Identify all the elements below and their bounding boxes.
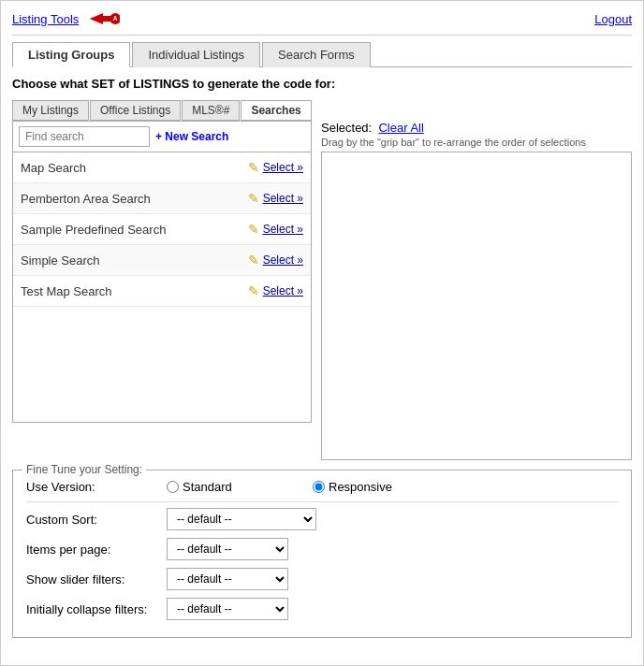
edit-icon[interactable]: ✎ — [248, 253, 259, 268]
search-item-name: Map Search — [21, 161, 86, 175]
edit-icon[interactable]: ✎ — [248, 191, 259, 206]
items-per-page-label: Items per page: — [26, 543, 157, 557]
search-item-actions: ✎ Select » — [248, 253, 303, 268]
collapse-filters-row: Initially collapse filters: -- default -… — [26, 598, 618, 620]
selected-label-row: Selected: Clear All — [321, 121, 632, 135]
edit-icon[interactable]: ✎ — [248, 160, 259, 175]
search-item-actions: ✎ Select » — [248, 283, 303, 298]
left-panel: + New Search Map Search ✎ Select » Pembe… — [12, 121, 312, 460]
search-bar-row: + New Search — [12, 121, 312, 152]
list-item: Map Search ✎ Select » — [13, 152, 311, 183]
search-item-actions: ✎ Select » — [248, 160, 303, 175]
select-link[interactable]: Select » — [263, 223, 303, 236]
items-per-page-row: Items per page: -- default -- — [26, 538, 618, 560]
selected-text: Selected: — [321, 121, 372, 135]
arrow-icon: A — [86, 8, 120, 29]
search-item-name: Pemberton Area Search — [21, 192, 151, 206]
clear-all-link[interactable]: Clear All — [378, 121, 423, 135]
standard-option[interactable]: Standard — [167, 480, 298, 494]
listing-tools-link[interactable]: Listing Tools — [12, 12, 79, 26]
tab-individual-listings[interactable]: Individual Listings — [132, 42, 260, 67]
svg-marker-0 — [90, 13, 103, 24]
header-row: Listing Tools A Logout — [12, 8, 632, 36]
select-link[interactable]: Select » — [263, 161, 303, 174]
list-item: Sample Predefined Search ✎ Select » — [13, 214, 311, 245]
edit-icon[interactable]: ✎ — [248, 283, 259, 298]
fine-tune-divider — [26, 501, 618, 502]
main-content: + New Search Map Search ✎ Select » Pembe… — [12, 121, 632, 460]
collapse-filters-select[interactable]: -- default -- — [167, 598, 288, 620]
tab-search-forms[interactable]: Search Forms — [262, 42, 371, 67]
inner-tabs-row: My Listings Office Listings MLS®# Search… — [12, 100, 632, 121]
search-item-actions: ✎ Select » — [248, 191, 303, 206]
inner-tab-mls[interactable]: MLS®# — [182, 100, 240, 121]
search-item-name: Test Map Search — [21, 284, 112, 298]
collapse-filters-label: Initially collapse filters: — [26, 602, 157, 616]
fine-tune-section: Fine Tune your Setting: Use Version: Sta… — [12, 470, 632, 638]
use-version-row: Use Version: Standard Responsive — [26, 480, 618, 494]
responsive-label: Responsive — [329, 480, 392, 494]
new-search-link[interactable]: + New Search — [155, 130, 228, 143]
search-item-name: Simple Search — [21, 253, 100, 268]
search-input[interactable] — [19, 126, 150, 147]
edit-icon[interactable]: ✎ — [248, 222, 259, 237]
inner-tab-searches[interactable]: Searches — [241, 100, 311, 121]
inner-tab-office-listings[interactable]: Office Listings — [90, 100, 181, 121]
svg-text:A: A — [113, 15, 118, 22]
show-slider-label: Show slider filters: — [26, 572, 157, 586]
right-panel: Selected: Clear All Drag by the "grip ba… — [321, 121, 632, 460]
custom-sort-select[interactable]: -- default -- — [167, 508, 316, 530]
select-link[interactable]: Select » — [263, 192, 303, 205]
header-left: Listing Tools A — [12, 8, 120, 29]
responsive-radio[interactable] — [313, 481, 325, 493]
search-item-actions: ✎ Select » — [248, 222, 303, 237]
section-heading: Choose what SET of LISTINGS to generate … — [12, 77, 632, 91]
responsive-option[interactable]: Responsive — [313, 480, 444, 494]
list-item: Simple Search ✎ Select » — [13, 245, 311, 276]
inner-tab-my-listings[interactable]: My Listings — [12, 100, 89, 121]
selected-box — [321, 152, 632, 460]
items-per-page-select[interactable]: -- default -- — [167, 538, 288, 560]
select-link[interactable]: Select » — [263, 253, 303, 267]
list-item: Test Map Search ✎ Select » — [13, 276, 311, 307]
show-slider-select[interactable]: -- default -- — [167, 568, 288, 590]
search-item-name: Sample Predefined Search — [21, 223, 166, 237]
search-list-container: Map Search ✎ Select » Pemberton Area Sea… — [12, 152, 312, 423]
select-link[interactable]: Select » — [263, 284, 303, 297]
standard-radio[interactable] — [167, 481, 179, 493]
standard-label: Standard — [183, 480, 232, 494]
list-item: Pemberton Area Search ✎ Select » — [13, 183, 311, 214]
fine-tune-legend: Fine Tune your Setting: — [22, 463, 146, 476]
arrow-annotation: A — [86, 8, 120, 29]
custom-sort-label: Custom Sort: — [26, 513, 157, 527]
tab-listing-groups[interactable]: Listing Groups — [12, 42, 130, 67]
logout-link[interactable]: Logout — [594, 12, 632, 26]
page-container: Listing Tools A Logout Listing Groups In… — [0, 0, 644, 666]
use-version-radio-group: Standard Responsive — [167, 480, 444, 494]
drag-hint: Drag by the "grip bar" to re-arrange the… — [321, 137, 632, 148]
tabs-row: Listing Groups Individual Listings Searc… — [12, 41, 632, 67]
show-slider-row: Show slider filters: -- default -- — [26, 568, 618, 590]
custom-sort-row: Custom Sort: -- default -- — [26, 508, 618, 530]
use-version-label: Use Version: — [26, 480, 157, 494]
